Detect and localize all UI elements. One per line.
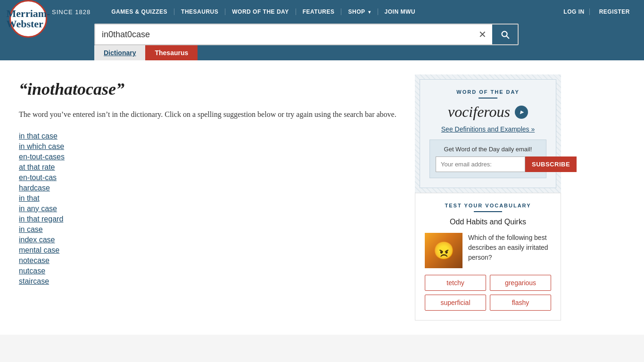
wotd-section-label: WORD OF THE DAY [429,89,546,95]
shop-chevron-icon: ▾ [368,9,371,15]
list-item: mental case [19,246,401,255]
suggestion-list: in that case in which case en-tout-cases… [19,132,401,286]
logo-mw-text: Merriam-Webster [7,8,50,29]
list-item: in which case [19,142,401,151]
nav-links: GAMES & QUIZZES THESAURUS WORD OF THE DA… [105,8,559,15]
sidebar: WORD OF THE DAY vociferous See Definitio… [415,70,561,325]
vocab-image: 😠 [425,233,462,268]
search-icon [500,29,510,40]
suggestion-in-case[interactable]: in case [19,225,43,233]
vocab-title: Odd Habits and Quirks [425,218,551,226]
suggestion-in-which-case[interactable]: in which case [19,142,64,150]
logo-area: Merriam-Webster SINCE 1828 [9,0,91,31]
wotd-see-link[interactable]: See Definitions and Examples » [429,125,546,133]
list-item: at that rate [19,163,401,172]
subscribe-button[interactable]: SUBSCRIBE [525,156,577,172]
vocab-card: TEST YOUR VOCABULARY Odd Habits and Quir… [415,193,561,321]
suggestion-notecase[interactable]: notecase [19,256,50,264]
list-item: nutcase [19,267,401,275]
list-item: in any case [19,205,401,213]
suggestion-nutcase[interactable]: nutcase [19,267,45,275]
suggestion-staircase[interactable]: staircase [19,277,49,285]
nav-thesaurus[interactable]: THESAURUS [174,8,225,15]
wotd-card: WORD OF THE DAY vociferous See Definitio… [415,74,561,193]
page-wrapper: “inothatocase” The word you’ve entered i… [0,60,644,335]
vocab-options: tetchy gregarious superficial flashy [425,275,551,311]
vocab-image-wrap: 😠 Which of the following best describes … [425,233,551,268]
tab-bar: Dictionary Thesaurus [0,45,644,60]
suggestion-en-tout-cas[interactable]: en-tout-cas [19,173,57,181]
main-content: “inothatocase” The word you’ve entered i… [9,70,415,325]
search-input[interactable] [95,25,473,44]
list-item: in case [19,225,401,234]
email-input[interactable] [436,156,525,172]
list-item: hardcase [19,184,401,192]
list-item: staircase [19,277,401,286]
search-section: ✕ [0,24,644,45]
search-clear-button[interactable]: ✕ [473,29,492,40]
vocab-option-superficial[interactable]: superficial [425,295,486,311]
email-form: SUBSCRIBE [436,156,540,172]
suggestion-in-that-regard[interactable]: in that regard [19,215,63,223]
top-navigation: Merriam-Webster SINCE 1828 GAMES & QUIZZ… [0,0,644,24]
vocab-section-label: TEST YOUR VOCABULARY [425,203,551,208]
suggestion-index-case[interactable]: index case [19,236,55,244]
suggestion-in-any-case[interactable]: in any case [19,205,57,213]
wotd-inner: WORD OF THE DAY vociferous See Definitio… [420,79,556,188]
suggestion-mental-case[interactable]: mental case [19,246,59,254]
sound-icon[interactable] [515,106,528,119]
nav-features[interactable]: FEATURES [296,8,342,15]
vocab-image-placeholder: 😠 [425,233,462,268]
suggestion-in-that[interactable]: in that [19,194,40,202]
tab-thesaurus[interactable]: Thesaurus [145,45,198,60]
wotd-divider [479,98,497,99]
list-item: en-tout-cases [19,153,401,161]
page-title: “inothatocase” [19,79,401,99]
nav-auth: LOG IN REGISTER [559,8,635,15]
list-item: in that [19,194,401,203]
wotd-email-label: Get Word of the Day daily email! [436,146,540,153]
vocab-option-gregarious[interactable]: gregarious [490,275,551,291]
vocab-option-tetchy[interactable]: tetchy [425,275,486,291]
nav-games-quizzes[interactable]: GAMES & QUIZZES [105,8,174,15]
register-link[interactable]: REGISTER [594,8,635,15]
tab-dictionary[interactable]: Dictionary [94,45,145,60]
list-item: en-tout-cas [19,173,401,182]
vocab-divider [474,211,502,212]
suggestion-en-tout-cases[interactable]: en-tout-cases [19,153,65,161]
search-submit-button[interactable] [492,25,518,44]
logo[interactable]: Merriam-Webster [9,0,47,38]
suggestion-hardcase[interactable]: hardcase [19,184,50,192]
suggestion-in-that-case[interactable]: in that case [19,132,58,140]
since-label: SINCE 1828 [52,8,91,16]
vocab-question: Which of the following best describes an… [468,233,551,263]
nav-word-of-the-day[interactable]: WORD OF THE DAY [225,8,296,15]
nav-shop[interactable]: SHOP ▾ [341,8,378,15]
login-link[interactable]: LOG IN [559,8,589,15]
nav-join[interactable]: JOIN MWU [378,8,422,15]
list-item: in that regard [19,215,401,223]
wotd-email-section: Get Word of the Day daily email! SUBSCRI… [429,140,546,178]
list-item: notecase [19,256,401,265]
vocab-option-flashy[interactable]: flashy [490,295,551,311]
not-found-message: The word you’ve entered isn’t in the dic… [19,108,401,121]
suggestion-at-that-rate[interactable]: at that rate [19,163,55,171]
list-item: in that case [19,132,401,140]
list-item: index case [19,236,401,244]
search-bar: ✕ [94,24,519,45]
wotd-word: vociferous [429,103,546,121]
